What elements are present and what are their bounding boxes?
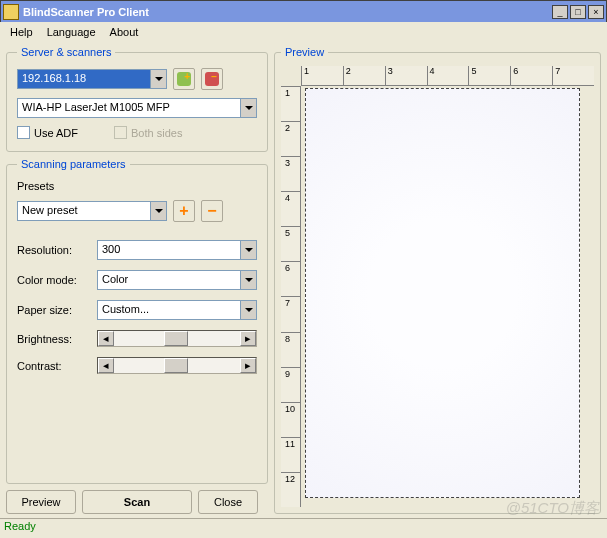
chevron-down-icon[interactable] (150, 70, 166, 88)
ruler-tick: 1 (301, 66, 343, 85)
papersize-label: Paper size: (17, 304, 97, 316)
resolution-label: Resolution: (17, 244, 97, 256)
preview-button[interactable]: Preview (6, 490, 76, 514)
ruler-tick: 5 (281, 226, 300, 261)
menu-language[interactable]: Language (41, 24, 102, 40)
server-scanners-group: Server & scanners 192.168.1.18 WIA-HP La… (6, 46, 268, 152)
ruler-tick: 12 (281, 472, 300, 507)
window-title: BlindScanner Pro Client (23, 6, 552, 18)
preview-area[interactable]: 1234567 123456789101112 (281, 66, 594, 507)
ruler-horizontal: 1234567 (301, 66, 594, 86)
action-buttons: Preview Scan Close (6, 490, 268, 514)
menu-help[interactable]: Help (4, 24, 39, 40)
papersize-value: Custom... (98, 301, 240, 319)
ruler-tick: 7 (281, 296, 300, 331)
chevron-down-icon[interactable] (240, 99, 256, 117)
both-sides-label: Both sides (131, 127, 182, 139)
ruler-tick: 1 (281, 86, 300, 121)
scanner-combo[interactable]: WIA-HP LaserJet M1005 MFP (17, 98, 257, 118)
remove-server-icon (205, 72, 219, 86)
maximize-button[interactable]: □ (570, 5, 586, 19)
arrow-right-icon[interactable]: ▸ (240, 358, 256, 373)
scanner-value: WIA-HP LaserJet M1005 MFP (18, 99, 240, 117)
chevron-down-icon[interactable] (150, 202, 166, 220)
colormode-combo[interactable]: Color (97, 270, 257, 290)
contrast-slider[interactable]: ◂ ▸ (97, 357, 257, 374)
papersize-combo[interactable]: Custom... (97, 300, 257, 320)
arrow-left-icon[interactable]: ◂ (98, 358, 114, 373)
ruler-tick: 11 (281, 437, 300, 472)
ruler-tick: 6 (281, 261, 300, 296)
remove-preset-button[interactable]: − (201, 200, 223, 222)
preview-page[interactable] (305, 88, 580, 498)
colormode-label: Color mode: (17, 274, 97, 286)
chevron-down-icon[interactable] (240, 241, 256, 259)
minimize-button[interactable]: _ (552, 5, 568, 19)
menu-about[interactable]: About (104, 24, 145, 40)
contrast-label: Contrast: (17, 360, 97, 372)
ruler-vertical: 123456789101112 (281, 86, 301, 507)
use-adf-label: Use ADF (34, 127, 78, 139)
add-server-button[interactable] (173, 68, 195, 90)
contrast-thumb[interactable] (164, 358, 188, 373)
chevron-down-icon[interactable] (240, 301, 256, 319)
contrast-track[interactable] (114, 358, 240, 373)
ruler-tick: 10 (281, 402, 300, 437)
brightness-track[interactable] (114, 331, 240, 346)
arrow-right-icon[interactable]: ▸ (240, 331, 256, 346)
ruler-tick: 6 (510, 66, 552, 85)
ruler-tick: 4 (427, 66, 469, 85)
scan-button[interactable]: Scan (82, 490, 192, 514)
use-adf-checkbox[interactable] (17, 126, 30, 139)
status-text: Ready (4, 520, 36, 532)
brightness-thumb[interactable] (164, 331, 188, 346)
ruler-tick: 4 (281, 191, 300, 226)
app-icon (3, 4, 19, 20)
statusbar: Ready (0, 518, 607, 536)
ruler-tick: 3 (385, 66, 427, 85)
remove-server-button[interactable] (201, 68, 223, 90)
server-ip-value: 192.168.1.18 (18, 70, 150, 88)
chevron-down-icon[interactable] (240, 271, 256, 289)
arrow-left-icon[interactable]: ◂ (98, 331, 114, 346)
ruler-tick: 5 (468, 66, 510, 85)
close-window-button[interactable]: × (588, 5, 604, 19)
titlebar[interactable]: BlindScanner Pro Client _ □ × (0, 0, 607, 22)
server-scanners-legend: Server & scanners (17, 46, 115, 58)
plus-icon: + (176, 203, 192, 219)
scanning-parameters-legend: Scanning parameters (17, 158, 130, 170)
preset-combo[interactable]: New preset (17, 201, 167, 221)
resolution-value: 300 (98, 241, 240, 259)
ruler-tick: 3 (281, 156, 300, 191)
brightness-label: Brightness: (17, 333, 97, 345)
watermark: @51CTO博客 (506, 499, 599, 518)
ruler-tick: 7 (552, 66, 594, 85)
resolution-combo[interactable]: 300 (97, 240, 257, 260)
close-button[interactable]: Close (198, 490, 258, 514)
add-preset-button[interactable]: + (173, 200, 195, 222)
presets-label: Presets (17, 180, 257, 192)
both-sides-checkbox (114, 126, 127, 139)
ruler-tick: 8 (281, 332, 300, 367)
preview-group: Preview 1234567 123456789101112 (274, 46, 601, 514)
ruler-tick: 2 (281, 121, 300, 156)
ruler-tick: 9 (281, 367, 300, 402)
preset-value: New preset (18, 202, 150, 220)
scanning-parameters-group: Scanning parameters Presets New preset +… (6, 158, 268, 484)
menubar: Help Language About (0, 22, 607, 42)
preview-legend: Preview (281, 46, 328, 58)
add-server-icon (177, 72, 191, 86)
ruler-tick: 2 (343, 66, 385, 85)
colormode-value: Color (98, 271, 240, 289)
server-ip-combo[interactable]: 192.168.1.18 (17, 69, 167, 89)
minus-icon: − (204, 203, 220, 219)
brightness-slider[interactable]: ◂ ▸ (97, 330, 257, 347)
